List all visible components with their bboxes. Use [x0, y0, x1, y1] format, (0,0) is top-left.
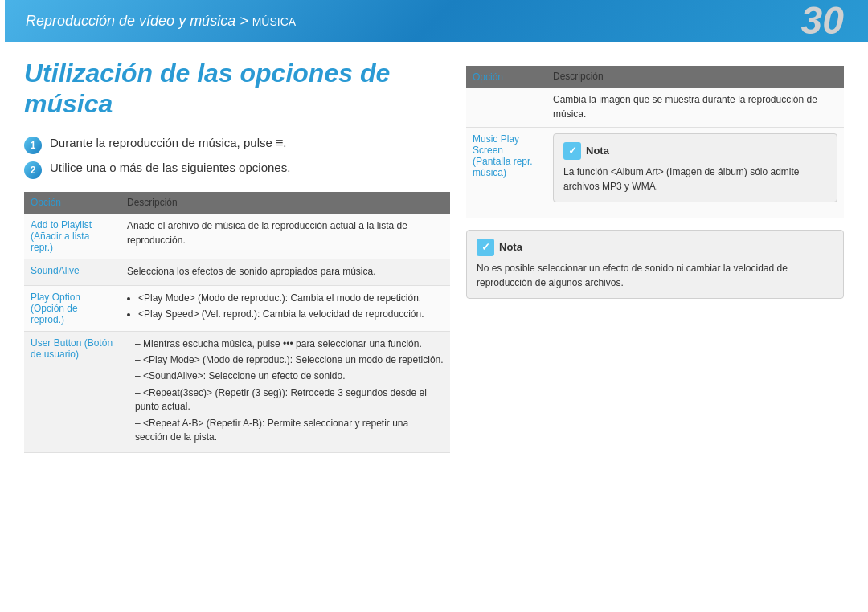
option-user-button: User Button (Botón de usuario) [24, 331, 121, 453]
step-2: 2 Utilice una o más de las siguientes op… [24, 161, 450, 179]
table-row: SoundAlive Selecciona los efectos de son… [24, 259, 450, 285]
option-add-playlist: Add to Playlist (Añadir a lista repr.) [24, 214, 121, 259]
right-desc-musicplay: ✓ Nota La función <Album Art> (Imagen de… [547, 128, 844, 218]
nota-text-2: No es posible seleccionar un efecto de s… [477, 263, 788, 288]
nota-icon-2: ✓ [477, 239, 494, 256]
right-table-header-option: Opción [466, 66, 547, 88]
right-desc-image: Cambia la imagen que se muestra durante … [547, 88, 844, 127]
nota-box-2: ✓ Nota No es posible seleccionar un efec… [466, 230, 844, 299]
main-content: Utilización de las opciones de música 1 … [0, 42, 868, 612]
step-2-text: Utilice una o más de las siguientes opci… [50, 161, 290, 174]
dash-item: <Repeat(3sec)> (Repetir (3 seg)): Retroc… [135, 386, 444, 414]
nota-box-1: ✓ Nota La función <Album Art> (Imagen de… [553, 133, 837, 202]
step-badge-2: 2 [24, 161, 42, 179]
bullet-item: <Play Mode> (Modo de reproduc.): Cambia … [138, 292, 444, 305]
desc-user-button: Mientras escucha música, pulse ••• para … [121, 331, 450, 453]
nota-text-1: La función <Album Art> (Imagen de álbum)… [563, 166, 800, 192]
step-1-text: Durante la reproducción de música, pulse… [50, 136, 287, 150]
step-1: 1 Durante la reproducción de música, pul… [24, 136, 450, 154]
option-play-option: Play Option (Opción de reprod.) [24, 285, 121, 331]
nota-label-2: Nota [499, 239, 522, 255]
desc-play-option: <Play Mode> (Modo de reproduc.): Cambia … [121, 285, 450, 331]
menu-icon: ≡ [276, 136, 283, 149]
left-column: Utilización de las opciones de música 1 … [24, 58, 450, 596]
dash-item: <Repeat A-B> (Repetir A-B): Permite sele… [135, 417, 444, 445]
play-option-bullets: <Play Mode> (Modo de reproduc.): Cambia … [127, 292, 444, 322]
dash-item: <Play Mode> (Modo de reproduc.): Selecci… [135, 353, 444, 367]
step-list: 1 Durante la reproducción de música, pul… [24, 136, 450, 179]
page-number: 30 [801, 2, 844, 40]
step-badge-1: 1 [24, 137, 42, 154]
right-option-musicplay: Music Play Screen (Pantalla repr. música… [466, 128, 547, 218]
nota-header-1: ✓ Nota [563, 142, 827, 160]
desc-add-playlist: Añade el archivo de música de la reprodu… [121, 214, 450, 259]
desc-soundalive: Selecciona los efectos de sonido apropia… [121, 259, 450, 285]
table-row: User Button (Botón de usuario) Mientras … [24, 331, 450, 453]
right-table-header-desc: Descripción [547, 66, 844, 88]
dash-item: <SoundAlive>: Seleccione un efecto de so… [135, 369, 444, 383]
table-row: Music Play Screen (Pantalla repr. música… [466, 128, 844, 218]
dash-item: Mientras escucha música, pulse ••• para … [135, 337, 444, 351]
table-header-option: Opción [24, 192, 121, 214]
header-bar: Reproducción de vídeo y música > MÚSICA … [0, 0, 868, 42]
right-table: Opción Descripción Cambia la imagen que … [466, 66, 844, 218]
header-title: Reproducción de vídeo y música > MÚSICA [26, 13, 296, 30]
bullet-item: <Play Speed> (Vel. reprod.): Cambia la v… [138, 308, 444, 321]
table-row: Add to Playlist (Añadir a lista repr.) A… [24, 214, 450, 259]
nota-header-2: ✓ Nota [477, 239, 833, 256]
right-column: Opción Descripción Cambia la imagen que … [466, 58, 844, 596]
table-row: Cambia la imagen que se muestra durante … [466, 88, 844, 127]
table-row: Play Option (Opción de reprod.) <Play Mo… [24, 285, 450, 331]
nota-label-1: Nota [586, 143, 609, 159]
option-soundalive: SoundAlive [24, 259, 121, 285]
right-option-empty [466, 88, 547, 127]
table-header-description: Descripción [121, 192, 450, 214]
user-button-list: Mientras escucha música, pulse ••• para … [127, 337, 444, 445]
page-heading: Utilización de las opciones de música [24, 58, 450, 120]
nota-icon-1: ✓ [563, 142, 581, 160]
options-table: Opción Descripción Add to Playlist (Añad… [24, 192, 450, 454]
